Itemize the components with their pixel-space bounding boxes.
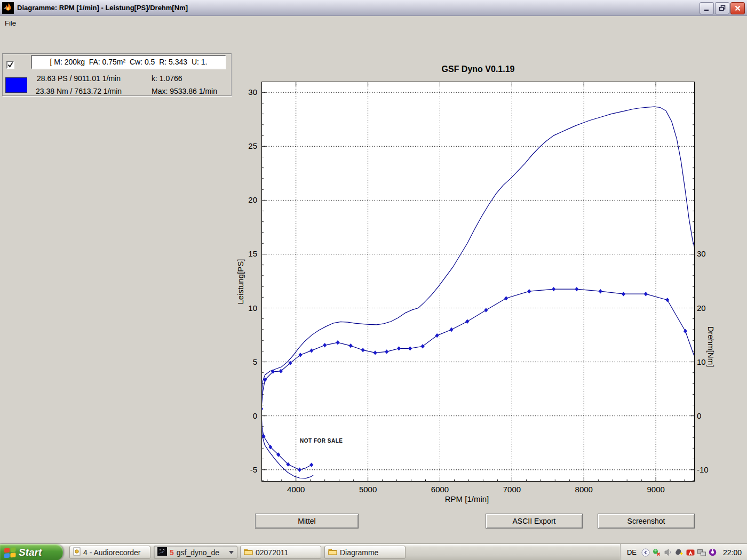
minimize-button[interactable]	[700, 2, 714, 14]
torque-readout: 23.38 Nm / 7613.72 1/min	[36, 87, 122, 95]
taskbar-item-gsf-dyno[interactable]: 5 gsf_dyno_de	[154, 546, 237, 559]
taskbar-item-diagramme[interactable]: Diagramme	[324, 546, 406, 559]
screenshot-button[interactable]: Screenshot	[598, 514, 695, 529]
legend-panel: [ M: 200kg FA: 0.75m² Cw: 0.5 R: 5.343 U…	[2, 53, 232, 96]
ascii-export-button[interactable]: ASCII Export	[486, 514, 583, 529]
app-flame-icon	[2, 2, 14, 14]
y-left-tick-label: 20	[237, 195, 257, 204]
system-tray: DE 22:00	[620, 544, 747, 560]
watermark-text: NOT FOR SALE	[300, 438, 343, 444]
max-rpm-readout: Max: 9533.86 1/min	[152, 87, 217, 95]
plot-area	[261, 82, 695, 482]
application-window: Diagramme: RPM [1/min] - Leistung[PS]/Dr…	[0, 0, 747, 560]
taskbar-item-audiorecorder[interactable]: 4 - Audiorecorder	[69, 546, 150, 559]
windows-flag-icon	[4, 547, 16, 558]
close-button[interactable]	[730, 2, 745, 14]
taskbar-item-label: Diagramme	[340, 548, 378, 557]
start-button-label: Start	[19, 547, 42, 558]
x-tick-label: 7000	[496, 485, 528, 494]
taskbar-item-label: 4 - Audiorecorder	[83, 548, 140, 557]
y-left-tick-label: 5	[237, 357, 257, 366]
window-title: Diagramme: RPM [1/min] - Leistung[PS]/Dr…	[17, 4, 188, 12]
y-left-tick-label: -5	[237, 465, 257, 474]
y-axis-left-label: Leistung[PS]	[236, 239, 245, 324]
volume-icon[interactable]	[664, 548, 672, 557]
y-axis-right-label: Drehm[Nm]	[706, 315, 716, 379]
audiorecorder-icon	[73, 547, 81, 557]
window-controls	[700, 2, 745, 14]
menu-bar: File	[0, 17, 747, 30]
y-right-tick-label: 20	[697, 303, 718, 313]
gsf-dyno-icon	[157, 547, 167, 557]
y-right-tick-label: 30	[697, 249, 718, 258]
folder-icon	[244, 548, 253, 557]
title-bar: Diagramme: RPM [1/min] - Leistung[PS]/Dr…	[0, 0, 747, 16]
daemon-icon[interactable]	[709, 548, 717, 557]
menu-file[interactable]: File	[0, 17, 21, 30]
hide-icons-chevron[interactable]	[641, 548, 650, 557]
display-icon[interactable]	[697, 548, 706, 557]
y-right-tick-label: 0	[697, 411, 718, 420]
taskbar-item-label: 02072011	[256, 548, 288, 557]
plot-canvas	[261, 82, 695, 482]
x-tick-label: 5000	[352, 485, 384, 494]
parameters-field[interactable]: [ M: 200kg FA: 0.75m² Cw: 0.5 R: 5.343 U…	[31, 55, 226, 69]
x-tick-label: 6000	[424, 485, 456, 494]
chevron-down-icon[interactable]	[229, 551, 234, 554]
taskbar-clock[interactable]: 22:00	[723, 548, 742, 557]
start-button[interactable]: Start	[0, 544, 63, 560]
taskbar-item-02072011[interactable]: 02072011	[240, 546, 321, 559]
y-left-tick-label: 25	[237, 141, 257, 150]
y-right-tick-label: -10	[697, 465, 718, 474]
y-left-tick-label: 30	[237, 87, 257, 97]
y-left-tick-label: 0	[237, 411, 257, 420]
power-readout: 28.63 PS / 9011.01 1/min	[37, 74, 121, 83]
taskbar: Start 4 - Audiorecorder 5 gsf_dyno_de 02…	[0, 543, 747, 560]
language-indicator[interactable]: DE	[625, 547, 639, 557]
x-tick-label: 9000	[640, 485, 672, 494]
x-tick-label: 8000	[568, 485, 600, 494]
ati-icon[interactable]	[686, 548, 695, 557]
series-color-swatch	[5, 77, 27, 93]
chart-title: GSF Dyno V0.1.19	[261, 65, 695, 74]
mittel-button[interactable]: Mittel	[255, 514, 359, 529]
taskbar-item-label: gsf_dyno_de	[177, 548, 219, 557]
taskbar-item-number: 5	[170, 548, 174, 557]
x-axis-label: RPM [1/min]	[414, 494, 520, 503]
status-icon[interactable]	[653, 548, 661, 557]
restore-button[interactable]	[715, 2, 729, 14]
series-visibility-checkbox[interactable]	[6, 61, 14, 69]
x-tick-label: 4000	[280, 485, 312, 494]
mouse-icon[interactable]	[675, 548, 684, 557]
k-factor-readout: k: 1.0766	[152, 74, 182, 83]
folder-icon	[328, 548, 337, 557]
